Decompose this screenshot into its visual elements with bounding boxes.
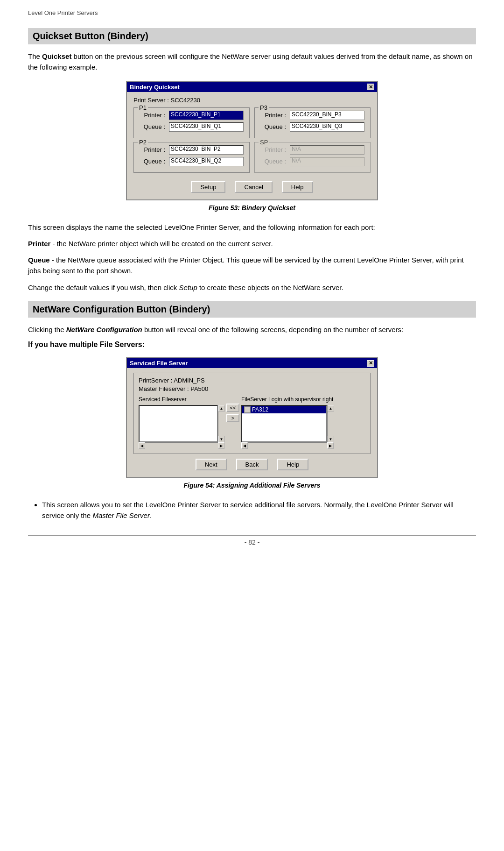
section1-printer-desc: Printer - the NetWare printer object whi…: [28, 238, 476, 249]
sfs-next-button[interactable]: Next: [196, 459, 227, 470]
p2-queue-row: Queue : SCC42230_BIN_Q2: [139, 157, 245, 166]
p3-printer-input[interactable]: SCC42230_BIN_P3: [290, 111, 364, 120]
dialog-close-button[interactable]: ✕: [367, 84, 374, 90]
dialog-buttons: Setup Cancel Help: [133, 181, 371, 195]
p3-legend: P3: [259, 104, 269, 111]
sfs-left-list-label: Serviced Fileserver: [139, 396, 224, 404]
sfs-title: Serviced File Server: [130, 360, 188, 367]
bindery-quickset-dialog: Bindery Quickset ✕ Print Server : SCC422…: [126, 81, 378, 200]
dialog-title: Bindery Quickset: [130, 84, 180, 91]
help-button[interactable]: Help: [282, 181, 313, 193]
sfs-help-button[interactable]: Help: [277, 459, 308, 470]
sfs-mf-row: Master Fileserver : PA500: [139, 385, 365, 392]
bullet-list: This screen allows you to set the LevelO…: [42, 499, 476, 521]
sfs-body: PrintServer : ADMIN_PS Master Fileserver…: [127, 368, 377, 477]
sfs-close-button[interactable]: ✕: [367, 360, 374, 367]
sfs-left-list-wrapper: ▲ ▼: [139, 405, 224, 442]
p2-legend: P2: [138, 139, 148, 146]
header-text: Level One Printer Servers: [28, 9, 476, 16]
sp-group: SP Printer : N/A Queue : N/A: [254, 142, 371, 173]
footer-page: - 82 -: [28, 539, 476, 546]
sfs-left-scroll-down[interactable]: ▼: [218, 436, 225, 442]
sfs-right-hscroll-right[interactable]: ▶: [327, 442, 334, 449]
p2-printer-label: Printer :: [139, 146, 169, 153]
p1-group: P1 Printer : SCC42230_BIN_P1 Queue : SCC…: [133, 107, 250, 138]
figure54-container: Serviced File Server ✕ PrintServer : ADM…: [28, 357, 476, 496]
sfs-left-listbox[interactable]: [139, 405, 218, 442]
sfs-right-list-label: FileServer Login with supervisor right: [241, 396, 334, 404]
section1-heading: Quickset Button (Bindery): [28, 28, 476, 44]
p2-queue-input[interactable]: SCC42230_BIN_Q2: [169, 157, 244, 166]
figure54-caption: Figure 54: Assigning Additional File Ser…: [183, 482, 320, 489]
sfs-dialog-buttons: Next Back Help: [133, 459, 371, 472]
sfs-left-hscroll-track: [145, 442, 218, 449]
p1-legend: P1: [138, 104, 148, 111]
sfs-left-scrollbar: ▲ ▼: [218, 405, 224, 442]
sfs-ps-legend: [138, 369, 142, 376]
p3-queue-label: Queue :: [259, 123, 290, 130]
sp-printer-label: Printer :: [259, 146, 290, 153]
sfs-left-hscroll-left[interactable]: ◀: [139, 442, 145, 449]
sfs-arrows-col: << >: [224, 396, 241, 422]
subsection-heading: If you have multiple File Servers:: [28, 340, 476, 349]
p3-printer-label: Printer :: [259, 112, 290, 119]
sfs-right-scroll-track: [328, 411, 334, 436]
sfs-back-button[interactable]: Back: [236, 459, 268, 470]
sp-queue-input: N/A: [290, 157, 364, 166]
section2-heading: NetWare Configuration Button (Bindery): [28, 301, 476, 318]
groups-row-bottom: P2 Printer : SCC42230_BIN_P2 Queue : SCC…: [133, 142, 371, 177]
sfs-right-hscroll: ◀ ▶: [241, 442, 334, 449]
bullet-item-1: This screen allows you to set the LevelO…: [42, 499, 476, 521]
sfs-right-scroll-down[interactable]: ▼: [328, 436, 334, 442]
groups-row-top: P1 Printer : SCC42230_BIN_P1 Queue : SCC…: [133, 107, 371, 142]
sfs-arrow-right-btn[interactable]: >: [226, 414, 239, 422]
p1-printer-row: Printer : SCC42230_BIN_P1: [139, 111, 245, 120]
sfs-right-list-wrapper: PA312 ▲ ▼: [241, 405, 334, 442]
sfs-left-hscroll-right[interactable]: ▶: [218, 442, 224, 449]
sfs-right-hscroll-left[interactable]: ◀: [241, 442, 248, 449]
sp-queue-row: Queue : N/A: [259, 157, 365, 166]
p3-printer-row: Printer : SCC42230_BIN_P3: [259, 111, 365, 120]
dialog-titlebar: Bindery Quickset ✕: [127, 82, 377, 92]
sfs-right-hscroll-track: [248, 442, 327, 449]
sfs-left-list-col: Serviced Fileserver ▲ ▼: [139, 396, 224, 449]
sfs-left-scroll-track: [218, 411, 225, 436]
p2-group: P2 Printer : SCC42230_BIN_P2 Queue : SCC…: [133, 142, 250, 173]
sfs-titlebar: Serviced File Server ✕: [127, 358, 377, 368]
sfs-right-list-col: FileServer Login with supervisor right P…: [241, 396, 334, 449]
sfs-outer-group: PrintServer : ADMIN_PS Master Fileserver…: [133, 373, 371, 454]
p1-queue-input[interactable]: SCC42230_BIN_Q1: [169, 122, 244, 132]
sfs-left-scroll-up[interactable]: ▲: [218, 405, 225, 411]
sfs-right-scroll-up[interactable]: ▲: [328, 405, 334, 411]
p2-printer-input[interactable]: SCC42230_BIN_P2: [169, 145, 244, 155]
sfs-item-label: PA312: [252, 406, 268, 413]
sfs-list-item-pa312[interactable]: PA312: [242, 406, 326, 413]
sfs-arrow-left-btn[interactable]: <<: [226, 404, 239, 412]
sfs-right-scrollbar: ▲ ▼: [327, 405, 334, 442]
sp-legend: SP: [259, 139, 269, 146]
sfs-right-listbox[interactable]: PA312: [241, 405, 327, 442]
p1-queue-label: Queue :: [139, 123, 169, 130]
sfs-left-hscroll: ◀ ▶: [139, 442, 224, 449]
sfs-lists-row: Serviced Fileserver ▲ ▼: [139, 396, 365, 449]
sp-printer-row: Printer : N/A: [259, 145, 365, 155]
header-rule: [28, 25, 476, 25]
p3-queue-input[interactable]: SCC42230_BIN_Q3: [290, 122, 364, 132]
sp-queue-label: Queue :: [259, 158, 290, 165]
p3-group: P3 Printer : SCC42230_BIN_P3 Queue : SCC…: [254, 107, 371, 138]
p1-queue-row: Queue : SCC42230_BIN_Q1: [139, 122, 245, 132]
sfs-ps-row: PrintServer : ADMIN_PS: [139, 377, 365, 384]
setup-button[interactable]: Setup: [191, 181, 225, 193]
section1-intro: The Quickset button on the previous scre…: [28, 51, 476, 73]
cancel-button[interactable]: Cancel: [235, 181, 272, 193]
p3-queue-row: Queue : SCC42230_BIN_Q3: [259, 122, 365, 132]
section1-queue-desc: Queue - the NetWare queue associated wit…: [28, 255, 476, 277]
page-container: Level One Printer Servers Quickset Butto…: [0, 0, 504, 851]
sfs-item-icon: [244, 406, 251, 413]
sp-printer-input: N/A: [290, 145, 364, 155]
dialog-body: Print Server : SCC42230 P1 Printer : SCC…: [127, 92, 377, 199]
section2-intro: Clicking the NetWare Configuration butto…: [28, 324, 476, 335]
p1-printer-input[interactable]: SCC42230_BIN_P1: [169, 111, 244, 120]
print-server-row: Print Server : SCC42230: [133, 97, 371, 104]
serviced-file-server-dialog: Serviced File Server ✕ PrintServer : ADM…: [126, 357, 378, 478]
